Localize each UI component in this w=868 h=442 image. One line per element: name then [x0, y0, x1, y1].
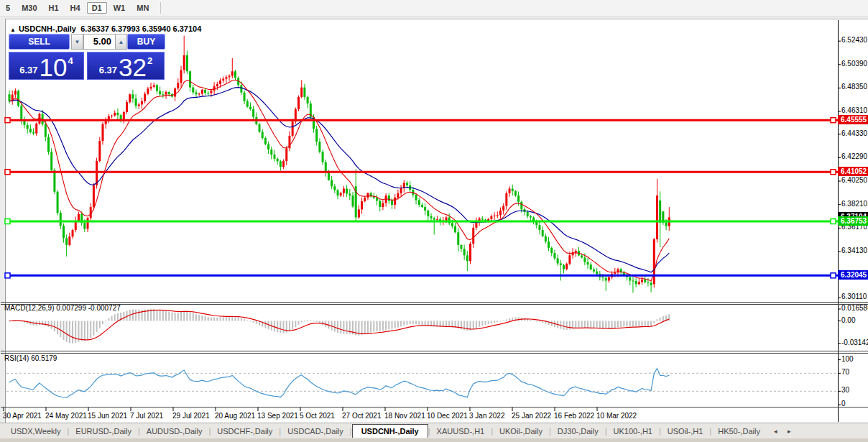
chart-tab[interactable]: AUDUSD-,Daily — [140, 425, 209, 438]
buy-price-small: 6.37 — [99, 65, 117, 75]
price-axis-label: 6.46310 — [841, 106, 868, 115]
rsi-indicator — [6, 369, 838, 398]
spin-down-icon: ▼ — [75, 39, 80, 45]
date-axis-label: 20 Aug 2021 — [215, 412, 255, 420]
rsi-axis-label: 0 — [841, 400, 868, 408]
status-bar — [0, 438, 868, 442]
buy-price-sup: 2 — [147, 55, 152, 66]
price-axis-label: 6.48350 — [841, 83, 868, 91]
chart-tab[interactable]: USDCNH-,Daily — [352, 424, 428, 438]
chart-tab[interactable]: UK100-,H1 — [607, 425, 659, 438]
line-drag-handle — [831, 118, 836, 123]
collapse-arrow-icon[interactable]: ▲ — [10, 27, 16, 33]
chart-tab[interactable]: XAUUSD-,H1 — [430, 425, 491, 438]
rsi-name: RSI(14) — [4, 354, 29, 362]
line-drag-handle — [5, 273, 10, 278]
spin-up-icon: ▲ — [119, 39, 124, 45]
price-axis-label: 6.44330 — [841, 129, 868, 138]
chart-tab[interactable]: EURUSD-,Daily — [69, 425, 138, 438]
rsi-label: RSI(14) 60.5179 — [4, 354, 57, 362]
chart-tab[interactable]: USDCAD-,Daily — [281, 425, 350, 438]
date-axis — [4, 408, 597, 411]
chart-symbol: USDCNH-,Daily — [19, 24, 76, 33]
chart-title: ▲USDCNH-,Daily 6.36337 6.37993 6.35940 6… — [10, 24, 201, 33]
date-axis-label: 30 Apr 2021 — [3, 412, 42, 420]
macd-axis-label: 0.00 — [841, 316, 868, 325]
macd-axis-label: 0.016586 — [841, 304, 868, 313]
sell-price-sup: 4 — [68, 55, 73, 66]
date-axis-label: 7 Jul 2021 — [130, 412, 163, 420]
rsi-axis-label: 30 — [841, 386, 868, 395]
price-axis-label: 6.34130 — [841, 247, 868, 255]
sell-price-display[interactable]: 6.37 10 4 — [9, 52, 84, 80]
sell-price-small: 6.37 — [19, 65, 37, 75]
chart-tab-bar: USDX,Weekly|EURUSD-,Daily|AUDUSD-,Daily|… — [0, 423, 868, 438]
chart-window[interactable]: ▲USDCNH-,Daily 6.36337 6.37993 6.35940 6… — [5, 19, 868, 423]
chart-tab[interactable]: USOil-,H1 — [661, 425, 710, 438]
date-axis-label: 18 Nov 2021 — [384, 412, 425, 420]
sell-button[interactable]: SELL — [9, 34, 70, 50]
chart-ohlc: 6.36337 6.37993 6.35940 6.37104 — [80, 24, 201, 33]
chart-tab[interactable]: DJ30-,Daily — [551, 425, 605, 438]
line-drag-handle — [5, 118, 10, 123]
date-axis-label: 15 Jun 2021 — [88, 412, 127, 420]
volume-input[interactable]: 5.00 — [83, 34, 116, 50]
date-axis-label: 3 Jan 2022 — [469, 412, 505, 420]
mt4-window: 5M30H1H4D1W1MN ▲USDCNH-,Daily 6.36337 6.… — [0, 0, 868, 442]
date-axis-label: 29 Jul 2021 — [172, 412, 210, 420]
moving-averages — [9, 80, 669, 281]
line-drag-handle — [5, 170, 10, 175]
sell-price-big: 10 — [40, 55, 68, 79]
date-axis-label: 10 Mar 2022 — [596, 412, 637, 420]
date-axis-label: 27 Oct 2021 — [342, 412, 381, 420]
macd-indicator — [9, 309, 670, 344]
macd-axis-label: -0.03142 — [841, 339, 868, 347]
date-axis-label: 10 Dec 2021 — [427, 412, 468, 420]
line-drag-handle — [831, 170, 836, 175]
price-badge: 6.36753 — [838, 216, 868, 226]
price-axis-label: 6.42290 — [841, 152, 868, 161]
tab-scroll-arrows[interactable]: ◂ ▸ — [774, 428, 795, 435]
price-axis-label: 6.52430 — [841, 36, 868, 45]
price-badge: 6.45555 — [838, 115, 868, 124]
volume-decrease-button[interactable]: ▼ — [71, 34, 83, 50]
macd-label: MACD(12,26,9) 0.007299 -0.000727 — [4, 304, 121, 312]
date-axis-label: 24 May 2021 — [45, 412, 87, 420]
macd-values: 0.007299 -0.000727 — [56, 304, 121, 312]
chart-tab[interactable]: HK50-,Daily — [711, 425, 767, 438]
chart-tab[interactable]: USDX,Weekly — [4, 425, 67, 438]
buy-price-big: 32 — [119, 55, 147, 79]
date-axis-label: 5 Oct 2021 — [300, 412, 335, 420]
price-axis-label: 6.38210 — [841, 200, 868, 208]
price-axis-label: 6.30110 — [841, 293, 868, 301]
chart-tab[interactable]: UKOil-,Daily — [493, 425, 549, 438]
rsi-value: 60.5179 — [31, 354, 57, 362]
line-drag-handle — [831, 219, 836, 224]
line-drag-handle — [5, 219, 10, 224]
line-drag-handle — [831, 273, 836, 278]
volume-increase-button[interactable]: ▲ — [115, 34, 127, 50]
price-badge: 6.41052 — [838, 167, 868, 176]
rsi-axis-label: 100 — [841, 355, 868, 364]
date-axis-label: 16 Feb 2022 — [554, 412, 594, 420]
price-axis-label: 6.40250 — [841, 176, 868, 185]
buy-button[interactable]: BUY — [127, 34, 165, 50]
rsi-axis-label: 70 — [841, 368, 868, 377]
one-click-trading-panel: SELL ▼ 5.00 ▲ BUY 6.37 10 4 6.37 32 2 — [9, 34, 165, 80]
price-axis-label: 6.50390 — [841, 60, 868, 68]
price-badge: 6.32045 — [838, 270, 868, 280]
macd-name: MACD(12,26,9) — [4, 304, 54, 312]
date-axis-label: 25 Jan 2022 — [512, 412, 551, 420]
buy-price-display[interactable]: 6.37 32 2 — [87, 52, 165, 80]
date-axis-label: 13 Sep 2021 — [257, 412, 298, 420]
chart-tab[interactable]: USDCHF-,Daily — [211, 425, 279, 438]
